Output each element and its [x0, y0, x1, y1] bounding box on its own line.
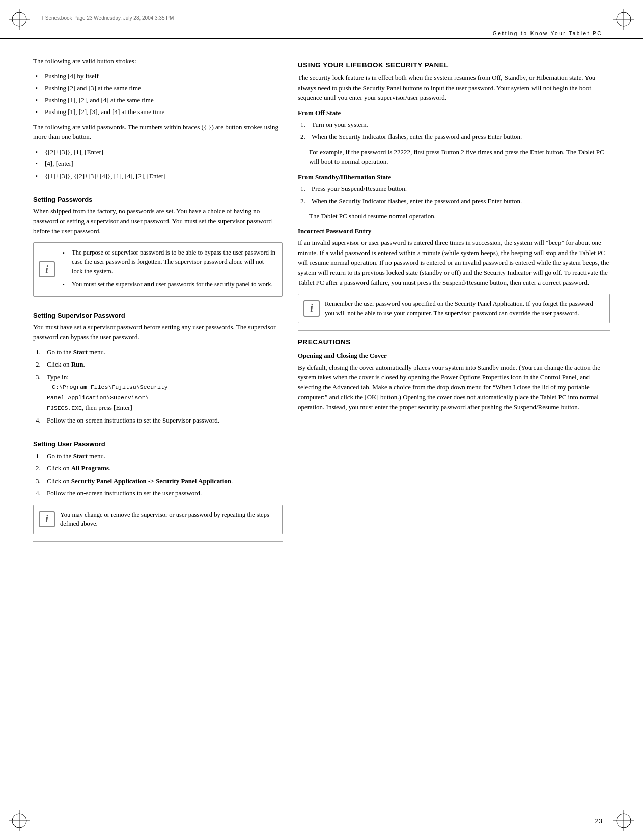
from-off-example: For example, if the password is 22222, f…	[309, 147, 610, 167]
page: T Series.book Page 23 Wednesday, July 28…	[0, 0, 643, 840]
list-item: You must set the supervisor and user pas…	[63, 279, 276, 289]
list-item: 2. Click on Run.	[36, 359, 283, 370]
divider	[33, 188, 283, 188]
list-item: 2. When the Security Indicator flashes, …	[300, 132, 610, 142]
step-text: When the Security Indicator flashes, ent…	[312, 133, 522, 141]
button-strokes-list: Pushing [4] by itself Pushing [2] and [3…	[36, 71, 283, 117]
step-num: 3.	[36, 476, 41, 486]
step-num: 3.	[36, 372, 41, 382]
content-area: The following are valid button strokes: …	[33, 46, 610, 809]
corner-mark-br	[613, 810, 634, 831]
page-number: 23	[595, 817, 602, 825]
list-item: 4. Follow the on-screen instructions to …	[36, 488, 283, 498]
list-item: Pushing [4] by itself	[36, 71, 283, 81]
using-text: The security lock feature is in effect b…	[298, 73, 610, 103]
step-text: Follow the on-screen instructions to set…	[47, 489, 202, 497]
list-item: Pushing [1], [2], [3], and [4] at the sa…	[36, 107, 283, 117]
from-standby-steps-list: 1. Press your Suspend/Resume button. 2. …	[300, 184, 610, 206]
using-heading: USING YOUR LIFEBOOK SECURITY PANEL	[298, 61, 610, 69]
step-text: Go to the Start menu.	[47, 348, 105, 356]
precautions-heading: PRECAUTIONS	[298, 338, 610, 346]
step-num: 2.	[300, 196, 305, 206]
list-item: The purpose of supervisor password is to…	[63, 248, 276, 276]
list-item: Pushing [2] and [3] at the same time	[36, 83, 283, 93]
corner-mark-tr	[613, 9, 634, 30]
info-box-2: i You may change or remove the superviso…	[33, 505, 283, 534]
step-num: 4.	[36, 415, 41, 426]
left-column: The following are valid button strokes: …	[33, 46, 283, 809]
setting-supervisor-heading: Setting Supervisor Password	[33, 312, 283, 319]
step-text: Go to the Start menu.	[47, 452, 105, 460]
info-box-1: i The purpose of supervisor password is …	[33, 242, 283, 297]
list-item: 1. Press your Suspend/Resume button.	[300, 184, 610, 194]
incorrect-heading: Incorrect Password Entry	[298, 227, 610, 235]
step-num: 2.	[36, 463, 41, 473]
list-item: 1. Go to the Start menu.	[36, 347, 283, 357]
setting-supervisor-text: You must have set a supervisor password …	[33, 322, 283, 342]
divider-3	[33, 433, 283, 433]
divider-2	[33, 304, 283, 304]
header-title: Getting to Know Your Tablet PC	[493, 31, 602, 38]
step-num: 1.	[300, 120, 305, 130]
corner-mark-tl	[9, 9, 30, 30]
from-off-heading: From Off State	[298, 109, 610, 117]
list-item: 3. Type in: C:\Program Files\Fujitsu\Sec…	[36, 372, 283, 413]
list-item: 2. When the Security Indicator flashes, …	[300, 196, 610, 206]
info-box-1-list: The purpose of supervisor password is to…	[63, 248, 276, 289]
opening-heading: Opening and Closing the Cover	[298, 352, 610, 360]
valid-passwords-list: {[2]+[3]}, [1], [Enter] [4], [enter] {[1…	[36, 147, 283, 181]
step-num: 1.	[36, 347, 41, 357]
step-num: 1	[36, 451, 39, 461]
step-text: Press your Suspend/Resume button.	[312, 185, 407, 192]
step-text: Type in: C:\Program Files\Fujitsu\Securi…	[47, 373, 168, 411]
opening-text: By default, closing the cover automatica…	[298, 362, 610, 412]
list-item: 1 Go to the Start menu.	[36, 451, 283, 461]
step-num: 1.	[300, 184, 305, 194]
from-standby-note: The Tablet PC should resume normal opera…	[309, 211, 610, 221]
list-item: Pushing [1], [2], and [4] at the same ti…	[36, 95, 283, 105]
divider-4	[33, 541, 283, 542]
step-text: Click on All Programs.	[47, 464, 110, 472]
step-text: Follow the on-screen instructions to set…	[47, 416, 219, 424]
passwords-intro: The following are valid passwords. The n…	[33, 122, 283, 142]
step-num: 4.	[36, 488, 41, 498]
list-item: {[2]+[3]}, [1], [Enter]	[36, 147, 283, 157]
step-num: 2.	[36, 359, 41, 370]
step-num: 2.	[300, 132, 305, 142]
setting-passwords-text: When shipped from the factory, no passwo…	[33, 206, 283, 236]
step-text: When the Security Indicator flashes, ent…	[312, 197, 522, 205]
list-item-text: You must set the supervisor and user pas…	[72, 281, 273, 288]
info-box-2-text: You may change or remove the supervisor …	[60, 510, 276, 528]
intro-text: The following are valid button strokes:	[33, 56, 283, 66]
from-off-steps-list: 1. Turn on your system. 2. When the Secu…	[300, 120, 610, 142]
info-box-3: i Remember the user password you specifi…	[298, 294, 610, 323]
divider-right-1	[298, 330, 610, 331]
list-item: 2. Click on All Programs.	[36, 463, 283, 473]
list-item: 4. Follow the on-screen instructions to …	[36, 415, 283, 426]
list-item: 1. Turn on your system.	[300, 120, 610, 130]
incorrect-text: If an invalid supervisor or user passwor…	[298, 238, 610, 288]
list-item: {[1]+[3]}, {[2]+[3]+[4]}, [1], [4], [2],…	[36, 171, 283, 181]
list-item: 3. Click on Security Panel Application -…	[36, 476, 283, 486]
user-steps-list: 1 Go to the Start menu. 2. Click on All …	[36, 451, 283, 498]
from-standby-heading: From Standby/Hibernation State	[298, 173, 610, 181]
meta-line: T Series.book Page 23 Wednesday, July 28…	[41, 15, 174, 21]
right-column: USING YOUR LIFEBOOK SECURITY PANEL The s…	[298, 46, 610, 809]
list-item: [4], [enter]	[36, 159, 283, 169]
setting-passwords-heading: Setting Passwords	[33, 195, 283, 203]
corner-mark-bl	[9, 810, 30, 831]
step-text: Click on Security Panel Application -> S…	[47, 477, 233, 485]
supervisor-steps-list: 1. Go to the Start menu. 2. Click on Run…	[36, 347, 283, 426]
info-icon-2: i	[39, 511, 55, 527]
code-block: C:\Program Files\Fujitsu\SecurityPanel A…	[47, 384, 168, 411]
step-text: Click on Run.	[47, 360, 85, 368]
setting-user-heading: Setting User Password	[33, 440, 283, 448]
header-bar: Getting to Know Your Tablet PC	[0, 31, 643, 39]
info-icon-1: i	[39, 261, 55, 277]
info-box-3-text: Remember the user password you specified…	[325, 299, 603, 318]
info-icon-3: i	[303, 300, 320, 317]
step-text: Turn on your system.	[312, 121, 368, 128]
